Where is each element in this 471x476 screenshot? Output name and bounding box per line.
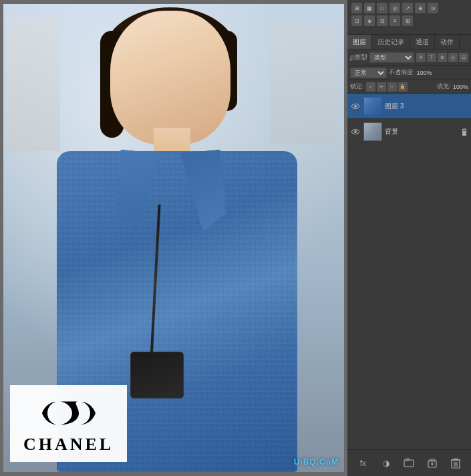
opacity-value: 100%	[417, 70, 432, 76]
tool-icon-1[interactable]: ⊞	[351, 3, 362, 13]
eye-dot-bg	[354, 130, 357, 133]
layer-item-3[interactable]: 图层 3	[347, 94, 471, 119]
blend-mode-dropdown[interactable]: 正常	[350, 68, 387, 78]
photo-background: CHANEL UiBQ.CoM	[3, 4, 344, 472]
photo-scene: CHANEL UiBQ.CoM	[3, 4, 344, 472]
filter-icon-circle[interactable]: ◎	[448, 53, 458, 62]
layers-list: 图层 3 背景	[347, 94, 471, 449]
filter-icon-plus[interactable]: ⊕	[438, 53, 447, 62]
fill-label: 填充:	[437, 82, 451, 91]
toolbar-row-2: ⊡ ◈ ⊟ ≡ ⊞	[351, 15, 467, 26]
bag	[130, 352, 184, 398]
layer-bg-name: 背景	[385, 127, 458, 136]
tool-icon-7[interactable]: ⊙	[428, 3, 438, 13]
adjustment-layer-button[interactable]: ◑	[379, 457, 393, 470]
eye-icon-bg	[351, 129, 359, 134]
lock-icon-3[interactable]: ↔	[387, 82, 397, 92]
lock-label: 锁定:	[350, 82, 364, 91]
filter-bar: ρ类型 类型 A T ⊕ ◎ ⊡	[347, 49, 471, 66]
eye-icon	[351, 104, 359, 109]
toolbar-row-1: ⊞ ▦ □ ◎ ↗ ⊕ ⊙	[351, 3, 467, 13]
bottom-panel: fx ◑	[347, 449, 471, 476]
canvas-area: CHANEL UiBQ.CoM	[0, 0, 347, 476]
tab-channels[interactable]: 通道	[410, 35, 435, 49]
delete-layer-button[interactable]	[449, 457, 462, 470]
filter-icons: A T ⊕ ◎ ⊡	[416, 53, 468, 62]
add-fx-button[interactable]: fx	[356, 457, 369, 470]
layer-3-thumbnail	[363, 97, 382, 116]
blend-mode-bar: 正常 不透明度: 100%	[347, 66, 471, 80]
photo-container: CHANEL UiBQ.CoM	[3, 4, 344, 472]
tool-icon-3[interactable]: □	[377, 3, 387, 13]
lock-icons: ✓ ✏ ↔ 🔒	[366, 82, 408, 92]
svg-rect-9	[454, 459, 458, 460]
lock-icon-4[interactable]: 🔒	[398, 82, 408, 92]
lock-icon-2[interactable]: ✏	[377, 82, 386, 92]
tab-bar: 图层 历史记录 通道 动作	[347, 35, 471, 49]
chanel-brand-text: CHANEL	[23, 435, 114, 455]
lock-icon-1[interactable]: ✓	[366, 82, 375, 92]
right-panel: ⊞ ▦ □ ◎ ↗ ⊕ ⊙ ⊡ ◈ ⊟ ≡ ⊞ 图层 历史记录 通道 动作 ρ类…	[347, 0, 471, 476]
chanel-cc-logo	[35, 393, 102, 433]
layer-bg-thumbnail	[363, 122, 382, 141]
tab-history[interactable]: 历史记录	[372, 35, 410, 49]
tool-icon-5[interactable]: ↗	[402, 3, 413, 13]
top-toolbar: ⊞ ▦ □ ◎ ↗ ⊕ ⊙ ⊡ ◈ ⊟ ≡ ⊞	[347, 0, 471, 35]
chanel-logo-overlay: CHANEL	[10, 385, 127, 462]
tool-icon-4[interactable]: ◎	[389, 3, 400, 13]
eye-dot	[354, 105, 357, 108]
layer-bg-visibility[interactable]	[350, 126, 361, 137]
filter-icon-box[interactable]: ⊡	[459, 53, 468, 62]
new-group-button[interactable]	[402, 457, 416, 470]
face	[110, 11, 230, 144]
svg-rect-0	[462, 131, 466, 136]
tool-icon-11[interactable]: ≡	[389, 15, 400, 26]
tool-icon-6[interactable]: ⊕	[415, 3, 426, 13]
tool-icon-2[interactable]: ▦	[364, 3, 375, 13]
layer-3-name: 图层 3	[385, 102, 468, 111]
new-layer-button[interactable]	[426, 457, 439, 470]
lock-icon	[460, 127, 468, 136]
tab-actions[interactable]: 动作	[435, 35, 460, 49]
layer-3-visibility[interactable]	[350, 101, 361, 112]
filter-icon-a[interactable]: A	[416, 53, 426, 62]
tool-icon-10[interactable]: ⊟	[377, 15, 387, 26]
fill-value: 100%	[453, 84, 468, 90]
opacity-label: 不透明度:	[389, 68, 415, 77]
tool-icon-9[interactable]: ◈	[364, 15, 375, 26]
layer-item-bg[interactable]: 背景	[347, 119, 471, 144]
watermark: UiBQ.CoM	[294, 457, 339, 467]
filter-icon-t[interactable]: T	[427, 53, 436, 62]
filter-type-dropdown[interactable]: 类型	[369, 52, 414, 63]
tab-layers[interactable]: 图层	[347, 35, 372, 49]
filter-label: ρ类型	[350, 53, 367, 62]
tool-icon-12[interactable]: ⊞	[402, 15, 413, 26]
lock-bar: 锁定: ✓ ✏ ↔ 🔒 填充: 100%	[347, 80, 471, 94]
tool-icon-8[interactable]: ⊡	[351, 15, 362, 26]
